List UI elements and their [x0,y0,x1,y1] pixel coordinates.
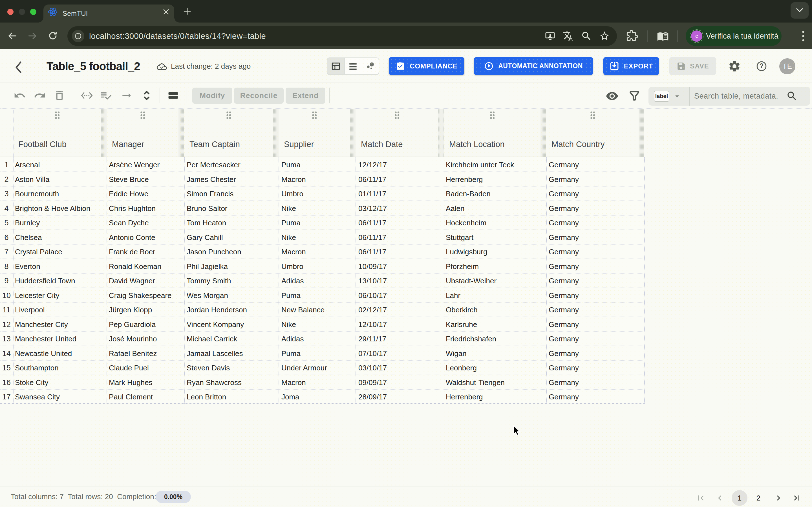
svg-text:?: ? [760,62,763,69]
